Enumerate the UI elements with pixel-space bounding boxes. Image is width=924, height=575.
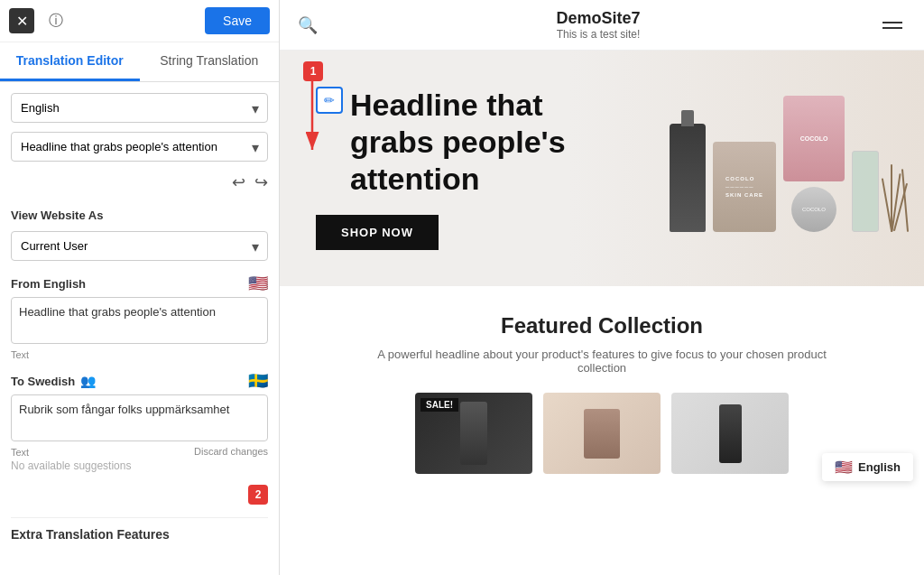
to-header: To Swedish 👥 🇸🇪 [11, 371, 268, 391]
left-panel: ✕ ⓘ Save Translation Editor String Trans… [0, 0, 280, 575]
product-card-3-img [671, 393, 789, 474]
from-type-label: Text [11, 349, 268, 360]
product-card-2-img [543, 393, 661, 474]
string-select-wrapper: Headline that grabs people's attention [11, 132, 268, 162]
undo-redo-bar: ↩ ↪ [11, 171, 268, 194]
site-tagline: This is a test site! [318, 28, 879, 41]
product-card-3 [671, 393, 789, 474]
featured-title: Featured Collection [298, 313, 906, 339]
product-card-1: SALE! [415, 393, 532, 474]
product-jar-pink: COCOLO [783, 96, 845, 181]
annotation-1-container: 1 [303, 61, 323, 81]
hero-text: ✏ Headline that grabs people's attention… [316, 87, 602, 250]
product-bottle-pump [670, 124, 706, 232]
language-badge-label: English [858, 460, 901, 474]
top-bar: ✕ ⓘ Save [0, 0, 279, 42]
product-cards: SALE! [298, 393, 906, 474]
site-title-group: DemoSite7 This is a test site! [318, 9, 879, 41]
annotation-badge-1: 1 [303, 61, 323, 81]
edit-pencil-button[interactable]: ✏ [316, 87, 343, 114]
search-button[interactable]: 🔍 [298, 15, 318, 35]
us-flag-icon: 🇺🇸 [835, 459, 853, 476]
product-img-bottle-dark [719, 404, 742, 463]
annotation-badge-2: 2 [248, 485, 268, 505]
site-header: 🔍 DemoSite7 This is a test site! [280, 0, 924, 51]
panel-content: English Swedish German French Headline t… [0, 82, 279, 575]
sale-badge: SALE! [420, 398, 458, 412]
hamburger-line-2 [882, 27, 902, 29]
language-select[interactable]: English Swedish German French [11, 93, 268, 123]
undo-button[interactable]: ↩ [232, 172, 245, 192]
right-panel: 🔍 DemoSite7 This is a test site! 1 [280, 0, 924, 575]
pencil-icon: ✏ [324, 93, 335, 107]
hamburger-line-1 [882, 22, 902, 23]
from-text-area[interactable] [11, 297, 268, 344]
search-icon: 🔍 [298, 16, 318, 34]
user-select-wrapper: Current User Admin Guest [11, 231, 268, 261]
product-cocolo-group: COCOLO COCOLO [783, 96, 845, 232]
from-section: From English 🇺🇸 Text [11, 274, 268, 360]
suggestions-label: No available suggestions [11, 459, 268, 472]
to-label: To Swedish [11, 375, 75, 388]
tab-string-translation[interactable]: String Translation [140, 42, 280, 81]
people-icon: 👥 [80, 374, 96, 388]
to-type-label: Text [11, 447, 29, 458]
language-badge[interactable]: 🇺🇸 English [822, 453, 913, 481]
close-button[interactable]: ✕ [9, 8, 34, 33]
hero-headline-text: Headline that grabs people's attention [350, 87, 602, 197]
view-website-as-label: View Website As [11, 209, 268, 222]
to-flag: 🇸🇪 [248, 371, 268, 391]
discard-changes-link[interactable]: Discard changes [194, 446, 268, 457]
annotation-2-container: 2 [11, 485, 268, 505]
site-content: 1 ✏ Headline that grabs people's attenti… [280, 51, 924, 575]
hero-headline: ✏ Headline that grabs people's attention [316, 87, 602, 197]
to-label-group: To Swedish 👥 [11, 374, 96, 388]
extra-features-label: Extra Translation Features [11, 517, 268, 545]
product-img-jar [584, 409, 620, 459]
from-label: From English [11, 277, 86, 291]
site-name: DemoSite7 [318, 9, 879, 28]
product-jar-tall: COCOLO──────SKIN CARE [713, 142, 776, 232]
hero-images: COCOLO──────SKIN CARE COCOLO COCOLO [569, 51, 924, 286]
hero-section: 1 ✏ Headline that grabs people's attenti… [280, 51, 924, 286]
to-text-area[interactable] [11, 394, 268, 441]
save-button[interactable]: Save [205, 7, 270, 34]
tab-translation-editor[interactable]: Translation Editor [0, 42, 140, 81]
user-select[interactable]: Current User Admin Guest [11, 231, 268, 261]
to-section: To Swedish 👥 🇸🇪 Text Discard changes No … [11, 371, 268, 472]
from-flag-row: From English 🇺🇸 [11, 274, 268, 293]
product-reeds [886, 164, 906, 232]
string-select[interactable]: Headline that grabs people's attention [11, 132, 268, 162]
product-jar-round: COCOLO [791, 187, 836, 232]
redo-button[interactable]: ↪ [254, 172, 268, 192]
shop-now-button[interactable]: SHOP NOW [316, 215, 439, 250]
product-img-bottle [460, 402, 487, 465]
product-group: COCOLO──────SKIN CARE COCOLO COCOLO [670, 96, 924, 241]
language-select-wrapper: English Swedish German French [11, 93, 268, 123]
hamburger-menu-button[interactable] [879, 18, 906, 32]
info-button[interactable]: ⓘ [43, 8, 69, 33]
featured-section: Featured Collection A powerful headline … [280, 286, 924, 492]
product-bottle-glass [852, 151, 879, 232]
product-jars-stack: COCOLO──────SKIN CARE [713, 142, 776, 232]
tab-bar: Translation Editor String Translation [0, 42, 279, 82]
from-flag: 🇺🇸 [248, 274, 268, 293]
product-card-2 [543, 393, 661, 474]
featured-subtitle: A powerful headline about your product's… [376, 348, 827, 375]
